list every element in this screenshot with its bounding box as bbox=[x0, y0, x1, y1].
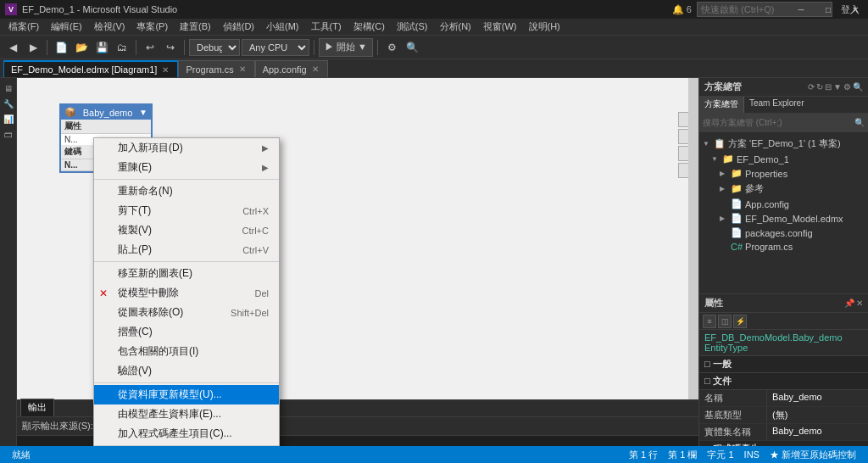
start-button[interactable]: ▶ 開始 ▼ bbox=[319, 38, 373, 57]
status-new-project[interactable]: ★ 新增至原始碼控制 bbox=[765, 449, 861, 461]
ctx-reopen[interactable]: 重陳(E) ▶ bbox=[94, 158, 279, 177]
prop-value-entityset[interactable]: Baby_demo bbox=[767, 424, 868, 440]
ctx-add-code-gen[interactable]: 加入程式碼產生項目(C)... bbox=[94, 424, 279, 443]
tree-item-packages[interactable]: 📄 packages.config bbox=[699, 226, 868, 240]
tree-item-programcs[interactable]: C# Program.cs bbox=[699, 240, 868, 254]
menu-team[interactable]: 小組(M) bbox=[261, 19, 304, 36]
tree-toggle-solution[interactable]: ▼ bbox=[703, 140, 711, 148]
tree-icon-properties: 📁 bbox=[731, 168, 743, 179]
ctx-remove-from-diagram[interactable]: 從圖表移除(O) Shift+Del bbox=[94, 303, 279, 322]
tree-item-references[interactable]: ▶ 📁 參考 bbox=[699, 181, 868, 197]
props-category-btn[interactable]: ◫ bbox=[718, 315, 732, 328]
ctx-include-related[interactable]: 包含相關的項目(I) bbox=[94, 342, 279, 361]
prop-value-basetype[interactable]: (無) bbox=[767, 407, 868, 423]
props-close-button[interactable]: ✕ bbox=[856, 298, 863, 308]
tab-program[interactable]: Program.cs ✕ bbox=[178, 60, 254, 77]
ctx-move-to-new-diagram[interactable]: 移至新的圖表(E) bbox=[94, 264, 279, 283]
maximize-button[interactable]: □ bbox=[815, 0, 841, 19]
tab-program-close[interactable]: ✕ bbox=[237, 64, 248, 75]
menu-edit[interactable]: 編輯(E) bbox=[46, 19, 87, 36]
ctx-generate-db-from-model[interactable]: 由模型產生資料庫(E)... bbox=[94, 404, 279, 424]
close-button[interactable]: ✕ bbox=[843, 0, 868, 19]
prop-value-name[interactable]: Baby_demo bbox=[767, 390, 868, 406]
ctx-copy[interactable]: 複製(V) Ctrl+C bbox=[94, 220, 279, 240]
menu-project[interactable]: 專案(P) bbox=[131, 19, 173, 36]
se-collapseall-button[interactable]: ⊟ bbox=[825, 82, 832, 92]
tree-toggle-project[interactable]: ▼ bbox=[711, 155, 720, 163]
tree-icon-edmx: 📄 bbox=[731, 213, 743, 224]
menu-debug[interactable]: 偵錯(D) bbox=[218, 19, 259, 36]
toolbar-forward[interactable]: ▶ bbox=[24, 38, 42, 57]
sidebar-icon-data[interactable]: 🗃 bbox=[2, 127, 15, 141]
se-tab-solution[interactable]: 方案總管 bbox=[699, 97, 744, 113]
tree-toggle-properties[interactable]: ▶ bbox=[720, 170, 728, 177]
tree-toggle-edmx[interactable]: ▶ bbox=[720, 215, 728, 222]
menu-test[interactable]: 測試(S) bbox=[392, 19, 433, 36]
ctx-rename-label: 重新命名(N) bbox=[118, 184, 173, 198]
toolbar-undo[interactable]: ↩ bbox=[141, 38, 159, 57]
se-sync-button[interactable]: ⟳ bbox=[808, 82, 815, 92]
tree-item-appconfig[interactable]: 📄 App.config bbox=[699, 197, 868, 211]
menu-window[interactable]: 視窗(W) bbox=[478, 19, 522, 36]
tab-appconfig[interactable]: App.config ✕ bbox=[255, 60, 328, 77]
menu-file[interactable]: 檔案(F) bbox=[3, 19, 44, 36]
sidebar-icon-tools[interactable]: 🔧 bbox=[2, 97, 15, 110]
menu-view[interactable]: 檢視(V) bbox=[89, 19, 131, 36]
se-search-input[interactable] bbox=[703, 118, 854, 127]
ctx-paste[interactable]: 貼上(P) Ctrl+V bbox=[94, 240, 279, 259]
tree-item-solution[interactable]: ▼ 📋 方案 'EF_Demo_1' (1 專案) bbox=[699, 136, 868, 152]
minimize-button[interactable]: ─ bbox=[788, 0, 814, 19]
vertical-scrollbar[interactable] bbox=[688, 78, 698, 446]
props-sort-btn[interactable]: ≡ bbox=[703, 315, 716, 328]
tree-item-project[interactable]: ▼ 📁 EF_Demo_1 bbox=[699, 152, 868, 166]
se-search-button[interactable]: 🔍 bbox=[853, 82, 863, 92]
ctx-validate[interactable]: 驗證(V) bbox=[94, 361, 279, 381]
menu-architecture[interactable]: 架構(C) bbox=[348, 19, 390, 36]
sidebar-icon-diagram[interactable]: 📊 bbox=[2, 112, 15, 126]
menu-build[interactable]: 建置(B) bbox=[175, 19, 216, 36]
status-bar: 就緒 第 1 行 第 1 欄 字元 1 INS ★ 新增至原始碼控制 bbox=[0, 446, 868, 463]
sidebar-icon-server[interactable]: 🖥 bbox=[2, 81, 15, 95]
props-pin-button[interactable]: 📌 bbox=[844, 298, 854, 308]
menu-analyze[interactable]: 分析(N) bbox=[435, 19, 476, 36]
toolbar-back[interactable]: ◀ bbox=[3, 38, 22, 57]
toolbar-extra1[interactable]: ⚙ bbox=[382, 38, 401, 57]
tree-item-edmx[interactable]: ▶ 📄 EF_Demo_Model.edmx bbox=[699, 211, 868, 226]
ctx-add-new-item[interactable]: 加入新項目(D) ▶ bbox=[94, 138, 279, 158]
tab-appconfig-close[interactable]: ✕ bbox=[310, 64, 320, 75]
se-filter-button[interactable]: ▼ bbox=[833, 82, 842, 92]
properties-title: 屬性 bbox=[704, 297, 723, 310]
se-settings-button[interactable]: ⚙ bbox=[843, 82, 851, 92]
ctx-cut[interactable]: 剪下(T) Ctrl+X bbox=[94, 201, 279, 220]
tree-toggle-references[interactable]: ▶ bbox=[720, 185, 728, 192]
cpu-select[interactable]: Any CPU x86 x64 bbox=[242, 39, 309, 56]
ctx-rename[interactable]: 重新命名(N) bbox=[94, 181, 279, 201]
menu-help[interactable]: 說明(H) bbox=[524, 19, 565, 36]
tab-edmx-close[interactable]: ✕ bbox=[160, 64, 170, 75]
debug-config-select[interactable]: Debug Release bbox=[189, 39, 240, 56]
toolbar-save[interactable]: 💾 bbox=[92, 38, 111, 57]
prop-section-docs: □ 文件 bbox=[699, 373, 868, 390]
toolbar-saveall[interactable]: 🗂 bbox=[113, 38, 131, 57]
ctx-update-model-from-db[interactable]: 從資料庫更新模型(U)... bbox=[94, 385, 279, 404]
props-event-btn[interactable]: ⚡ bbox=[733, 315, 747, 328]
tree-item-properties[interactable]: ▶ 📁 Properties bbox=[699, 166, 868, 181]
title-text: EF_Demo_1 - Microsoft Visual Studio bbox=[22, 4, 177, 14]
toolbar-open[interactable]: 📂 bbox=[72, 38, 91, 57]
entity-expand-icon[interactable]: ▼ bbox=[139, 108, 147, 117]
toolbar-extra2[interactable]: 🔍 bbox=[403, 38, 421, 57]
toolbar-new[interactable]: 📄 bbox=[52, 38, 70, 57]
se-refresh-button[interactable]: ↻ bbox=[816, 82, 823, 92]
ctx-collapse[interactable]: 摺疊(C) bbox=[94, 322, 279, 342]
ctx-delete-from-model[interactable]: ✕ 從模型中刪除 Del bbox=[94, 283, 279, 303]
editor-area[interactable]: 📦 Baby_demo ▼ 屬性 N... 鍵碼 N... 加入新項目(D) ▶… bbox=[17, 78, 698, 446]
tree-icon-project: 📁 bbox=[722, 153, 734, 165]
tab-appconfig-label: App.config bbox=[263, 64, 307, 75]
se-tab-team[interactable]: Team Explorer bbox=[744, 97, 809, 113]
tree-icon-packages: 📄 bbox=[731, 227, 743, 238]
toolbar-redo[interactable]: ↪ bbox=[161, 38, 180, 57]
menu-tools[interactable]: 工具(T) bbox=[306, 19, 347, 36]
diagram-canvas[interactable]: 📦 Baby_demo ▼ 屬性 N... 鍵碼 N... 加入新項目(D) ▶… bbox=[17, 78, 698, 446]
tab-edmx[interactable]: EF_Demo_Model.edmx [Diagram1] ✕ bbox=[3, 60, 178, 77]
output-tab-output[interactable]: 輸出 bbox=[20, 399, 54, 416]
